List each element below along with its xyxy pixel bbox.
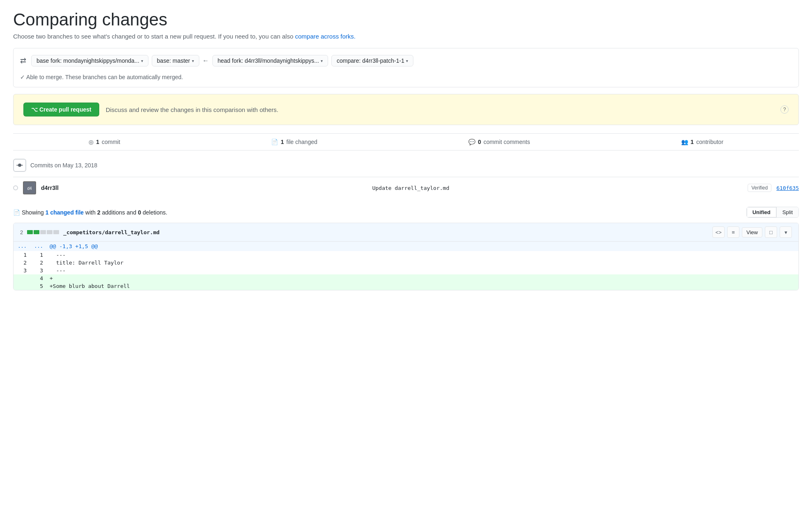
commit-row: d4 d4rr3ll Update darrell_taylor.md Veri… [13, 177, 799, 199]
line-content: +Some blurb about Darrell [46, 282, 798, 290]
new-line-num: 1 [30, 251, 46, 259]
expand-dots-left: ... [14, 242, 30, 251]
old-line-num: 1 [14, 251, 30, 259]
file-diff-header-left: 2 _competitors/darrell_taylor.md [20, 229, 160, 235]
commit-dot [13, 185, 18, 190]
old-line-num: 3 [14, 267, 30, 274]
diff-table: ... ... @@ -1,3 +1,5 @@ 1 1 --- 2 2 titl… [14, 242, 798, 290]
svg-text:d4: d4 [27, 186, 32, 191]
table-row: 2 2 title: Darrell Taylor [14, 259, 798, 267]
commits-header: Commits on May 13, 2018 [13, 159, 799, 172]
compare-branch-dropdown[interactable]: compare: d4rr3ll-patch-1-1 ▾ [331, 55, 413, 66]
file-diff-header: 2 _competitors/darrell_taylor.md <> ≡ Vi… [14, 223, 798, 242]
diff-file-icon: 📄 [13, 209, 20, 216]
table-row: 1 1 --- [14, 251, 798, 259]
commit-comments-stat: 💬 0 commit comments [468, 139, 530, 145]
left-arrow-icon: ← [203, 57, 209, 64]
file-icon: 📄 [271, 139, 278, 145]
old-line-num: 2 [14, 259, 30, 267]
merge-status: ✓ Able to merge. These branches can be a… [20, 74, 792, 80]
avatar: d4 [23, 181, 36, 194]
new-line-num: 3 [30, 267, 46, 274]
line-content: + [46, 274, 798, 282]
commit-icon: ◎ [89, 139, 94, 145]
compare-bar: ⇄ base fork: mondaynightskippys/monda...… [13, 48, 799, 87]
commits-header-icon [13, 159, 26, 172]
create-pr-left: ⌥ Create pull request Discuss and review… [23, 103, 278, 116]
changed-file-link[interactable]: 1 changed file [46, 209, 84, 216]
code-view-button[interactable]: <> [712, 226, 725, 238]
page-title: Comparing changes [13, 10, 799, 30]
line-content: --- [46, 251, 798, 259]
line-content: --- [46, 267, 798, 274]
view-toggle: Unified Split [746, 207, 799, 218]
file-diff: 2 _competitors/darrell_taylor.md <> ≡ Vi… [13, 223, 799, 290]
chevron-down-icon: ▾ [321, 59, 323, 63]
commits-section: Commits on May 13, 2018 d4 d4rr3ll Updat… [13, 159, 799, 199]
bar-green-2 [34, 230, 39, 234]
bar-green-1 [27, 230, 33, 234]
monitor-icon[interactable]: □ [765, 226, 777, 238]
pr-description: Discuss and review the changes in this c… [106, 106, 278, 113]
bar-gray-1 [40, 230, 46, 234]
old-line-num [14, 282, 30, 290]
file-name: _competitors/darrell_taylor.md [63, 229, 160, 235]
view-file-button[interactable]: View [742, 227, 762, 237]
file-notes-button[interactable]: ≡ [727, 226, 739, 238]
line-content: title: Darrell Taylor [46, 259, 798, 267]
table-row: 3 3 --- [14, 267, 798, 274]
new-line-num: 5 [30, 282, 46, 290]
files-changed-stat: 📄 1 file changed [271, 139, 317, 145]
contributors-stat: 👥 1 contributor [681, 139, 723, 145]
comment-icon: 💬 [468, 139, 475, 145]
commit-right: Verified 610f635 [748, 184, 799, 192]
page-subtitle: Choose two branches to see what's change… [13, 33, 799, 40]
chevron-down-icon: ▾ [192, 59, 194, 63]
commits-stat: ◎ 1 commit [89, 139, 120, 145]
compare-icon: ⇄ [20, 56, 26, 65]
old-line-num [14, 274, 30, 282]
compare-forks-link[interactable]: compare across forks. [295, 33, 356, 40]
file-actions: <> ≡ View □ ▾ [712, 226, 792, 238]
file-additions-bar [27, 230, 59, 234]
diff-header-section: 📄 Showing 1 changed file with 2 addition… [13, 207, 799, 218]
verified-badge: Verified [748, 184, 771, 192]
bar-gray-3 [53, 230, 59, 234]
commit-author: d4rr3ll [41, 185, 74, 191]
commit-hash-link[interactable]: 610f635 [776, 185, 799, 191]
new-line-num: 4 [30, 274, 46, 282]
chevron-down-icon: ▾ [406, 59, 408, 63]
bar-gray-2 [47, 230, 52, 234]
stats-bar: ◎ 1 commit 📄 1 file changed 💬 0 commit c… [13, 133, 799, 151]
diff-showing-text: 📄 Showing 1 changed file with 2 addition… [13, 209, 167, 216]
diff-expand-row: ... ... @@ -1,3 +1,5 @@ [14, 242, 798, 251]
table-row: 4 + [14, 274, 798, 282]
create-pr-section: ⌥ Create pull request Discuss and review… [13, 94, 799, 125]
head-fork-dropdown[interactable]: head fork: d4rr3ll/mondaynightskippys...… [212, 55, 328, 66]
table-row: 5 +Some blurb about Darrell [14, 282, 798, 290]
base-branch-dropdown[interactable]: base: master ▾ [152, 55, 199, 66]
help-icon[interactable]: ? [780, 105, 789, 114]
new-line-num: 2 [30, 259, 46, 267]
unified-view-button[interactable]: Unified [747, 207, 777, 217]
create-pull-request-button[interactable]: ⌥ Create pull request [23, 103, 99, 116]
split-view-button[interactable]: Split [777, 207, 798, 217]
chevron-down-icon: ▾ [141, 59, 143, 63]
expand-dots-right: ... [30, 242, 46, 251]
base-fork-dropdown[interactable]: base fork: mondaynightskippys/monda... ▾ [31, 55, 148, 66]
people-icon: 👥 [681, 139, 688, 145]
file-chevron-down-icon[interactable]: ▾ [780, 226, 792, 238]
file-additions-count: 2 [20, 229, 23, 235]
hunk-header: @@ -1,3 +1,5 @@ [46, 242, 798, 251]
commit-message: Update darrell_taylor.md [79, 185, 743, 191]
